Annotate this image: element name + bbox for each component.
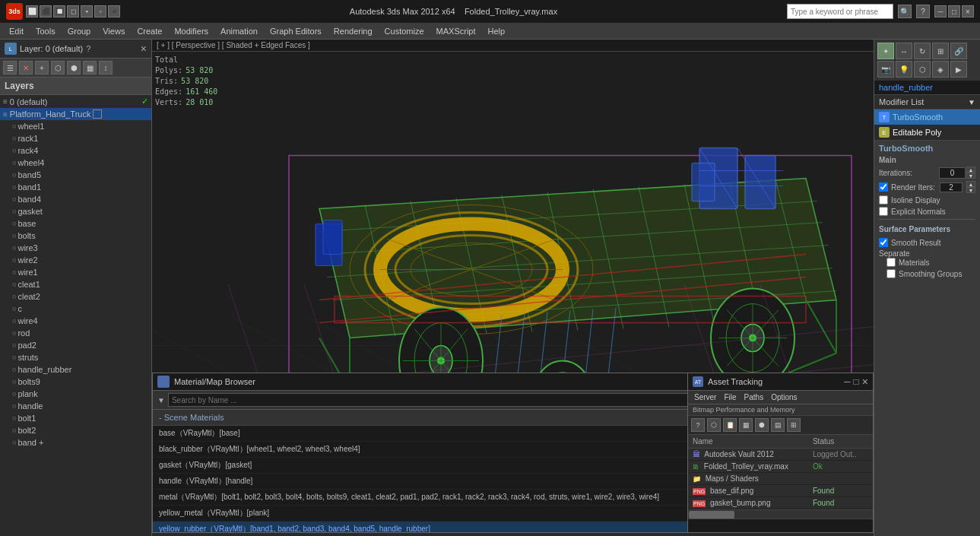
layer-item-platform[interactable]: ≡ Platform_Hand_Truck (0, 108, 151, 120)
layer-tool-3[interactable]: ▦ (83, 61, 97, 75)
menu-customize[interactable]: Customize (379, 25, 430, 37)
title-icon-7[interactable]: ◾ (108, 5, 120, 17)
at-row-file[interactable]: 🗎 Folded_Trolley_vray.max Ok (688, 461, 873, 473)
layer-item-bolt1[interactable]: ○bolt1 (0, 412, 151, 424)
mat-item-base[interactable]: base（VRayMtl）[base] (153, 426, 706, 442)
at-tool-7[interactable]: ⊞ (787, 418, 801, 432)
layer-item-gasket[interactable]: ○gasket (0, 205, 151, 217)
layer-item-plank[interactable]: ○plank (0, 388, 151, 400)
layer-item-bolts[interactable]: ○bolts (0, 230, 151, 242)
at-tool-3[interactable]: 📋 (723, 418, 737, 432)
rt-camera[interactable]: 📷 (877, 61, 894, 78)
rt-select[interactable]: ✦ (877, 43, 894, 59)
at-row-maps[interactable]: 📁 Maps / Shaders (688, 473, 873, 485)
layer-item-handle[interactable]: ○handle (0, 400, 151, 412)
maximize-button[interactable]: □ (948, 5, 960, 17)
layer-item-rod[interactable]: ○rod (0, 327, 151, 339)
rt-render[interactable]: ▶ (950, 61, 967, 78)
modifier-turbosmooth[interactable]: T TurboSmooth (874, 109, 980, 125)
at-tool-2[interactable]: ⬡ (707, 418, 721, 432)
rt-rotate[interactable]: ↻ (914, 43, 931, 59)
layer-item-bolts9[interactable]: ○bolts9 (0, 376, 151, 388)
layer-item-band1[interactable]: ○band1 (0, 181, 151, 193)
layer-tool-select[interactable]: ☰ (3, 61, 17, 75)
search-icon[interactable]: 🔍 (898, 5, 912, 18)
minimize-button[interactable]: ─ (934, 5, 947, 17)
rt-move[interactable]: ↔ (896, 43, 912, 59)
at-tool-5[interactable]: ⬢ (755, 418, 769, 432)
at-tool-4[interactable]: ▦ (739, 418, 753, 432)
menu-tools[interactable]: Tools (30, 25, 62, 37)
layer-item-struts[interactable]: ○struts (0, 351, 151, 363)
layer-item-wire4[interactable]: ○wire4 (0, 315, 151, 327)
at-hscrollbar[interactable] (688, 509, 873, 519)
at-tool-1[interactable]: ? (691, 418, 705, 432)
close-button[interactable]: × (962, 5, 974, 17)
layer-item-bolt2[interactable]: ○bolt2 (0, 424, 151, 436)
smooth-result-check[interactable] (879, 238, 888, 247)
menu-create[interactable]: Create (131, 25, 168, 37)
at-row-base-dif[interactable]: PNG base_dif.png Found (688, 485, 873, 497)
viewport-content[interactable]: Total Polys:53 820 Tris:53 820 Edges:161… (152, 52, 874, 533)
layer-item-c[interactable]: ○c (0, 303, 151, 315)
mat-item-gasket[interactable]: gasket（VRayMtl）[gasket] (153, 458, 706, 474)
modifier-list-arrow[interactable]: ▼ (968, 98, 975, 106)
at-menu-options[interactable]: Options (768, 392, 800, 402)
layer-item-pad2[interactable]: ○pad2 (0, 339, 151, 351)
layer-item-default[interactable]: ≡ 0 (default) ✓ (0, 95, 151, 108)
iterations-input[interactable] (939, 167, 966, 179)
at-row-gasket-bump[interactable]: PNG gasket_bump.png Found (688, 497, 873, 509)
render-iters-spinner[interactable]: ▲ ▼ (966, 181, 975, 193)
materials-check[interactable] (886, 258, 896, 267)
layer-item-base[interactable]: ○base (0, 217, 151, 230)
at-menu-file[interactable]: File (721, 392, 739, 402)
mat-item-yellow-rubber[interactable]: yellow_rubber（VRayMtl）[band1, band2, ban… (153, 522, 706, 532)
title-icon-2[interactable]: ⬛ (40, 5, 52, 17)
layer-item-band2[interactable]: ○band + (0, 436, 151, 449)
mat-item-black-rubber[interactable]: black_rubber（VRayMtl）[wheel1, wheel2, wh… (153, 442, 706, 458)
at-tool-6[interactable]: ▤ (771, 418, 785, 432)
layer-tool-4[interactable]: ↕ (99, 61, 113, 75)
viewport[interactable]: [ + ] [ Perspective ] [ Shaded + Edged F… (152, 40, 874, 536)
search-input[interactable] (791, 8, 890, 16)
layer-item-cleat2[interactable]: ○cleat2 (0, 290, 151, 303)
layer-item-band4[interactable]: ○band4 (0, 193, 151, 205)
modifier-list-row[interactable]: Modifier List ▼ (874, 95, 980, 109)
search-box[interactable] (787, 4, 893, 19)
layers-list[interactable]: ≡ 0 (default) ✓ ≡ Platform_Hand_Truck ○w… (0, 95, 151, 536)
layer-close[interactable]: × (141, 43, 147, 55)
at-close[interactable]: × (862, 376, 868, 388)
layer-item-wire1[interactable]: ○wire1 (0, 266, 151, 278)
render-iters-input[interactable] (940, 182, 963, 192)
at-menu-paths[interactable]: Paths (741, 392, 767, 402)
title-icon-5[interactable]: ▪ (81, 5, 93, 17)
layer-item-rack1[interactable]: ○rack1 (0, 132, 151, 144)
layer-item-rack4[interactable]: ○rack4 (0, 144, 151, 157)
at-maximize[interactable]: □ (854, 376, 859, 387)
materials-list[interactable]: base（VRayMtl）[base] black_rubber（VRayMtl… (153, 426, 706, 532)
layer-help[interactable]: ? (86, 44, 90, 53)
menu-help[interactable]: Help (482, 25, 512, 37)
menu-group[interactable]: Group (62, 25, 97, 37)
layer-tool-2[interactable]: ⬢ (67, 61, 81, 75)
iterations-spinner[interactable]: ▲ ▼ (966, 167, 975, 179)
menu-modifiers[interactable]: Modifiers (168, 25, 214, 37)
at-minimize[interactable]: ─ (844, 376, 851, 387)
at-row-vault[interactable]: 🏛 Autodesk Vault 2012 Logged Out.. (688, 449, 873, 461)
menu-graph-editors[interactable]: Graph Editors (264, 25, 328, 37)
layer-item-cleat1[interactable]: ○cleat1 (0, 278, 151, 290)
layer-tool-add[interactable]: + (35, 61, 49, 75)
rt-space[interactable]: ◈ (932, 61, 949, 78)
material-search-input[interactable] (168, 393, 702, 407)
title-icon-6[interactable]: ▫ (94, 5, 106, 17)
menu-animation[interactable]: Animation (214, 25, 264, 37)
mat-item-yellow-metal[interactable]: yellow_metal（VRayMtl）[plank] (153, 506, 706, 522)
menu-edit[interactable]: Edit (3, 25, 30, 37)
menu-maxscript[interactable]: MAXScript (430, 25, 482, 37)
help-icon[interactable]: ? (916, 5, 930, 18)
layer-tool-1[interactable]: ⬡ (51, 61, 65, 75)
layer-item-band5[interactable]: ○band5 (0, 169, 151, 181)
rt-geo[interactable]: ⬡ (914, 61, 931, 78)
layer-tool-x[interactable]: ✕ (19, 61, 33, 75)
layer-item-wire2[interactable]: ○wire2 (0, 254, 151, 266)
